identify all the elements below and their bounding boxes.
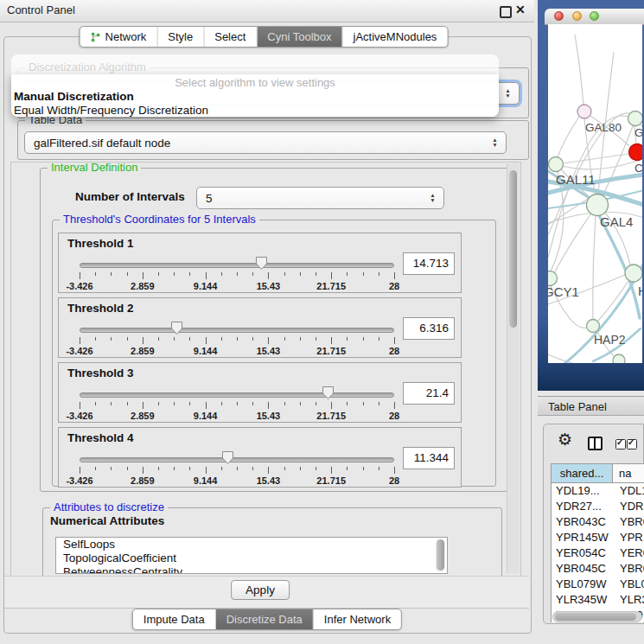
tab-label: Infer Network [324, 609, 391, 629]
table-row[interactable]: YBR043CYBR0 [552, 514, 644, 530]
tab-infer-network[interactable]: Infer Network [313, 609, 401, 629]
tab-select[interactable]: Select [203, 27, 256, 47]
table-cell: YBR0 [613, 561, 644, 577]
tab-label: Cyni Toolbox [267, 27, 331, 47]
column-header-1[interactable]: na [613, 464, 644, 482]
slider-thumb[interactable] [221, 450, 234, 465]
checkbox-icon[interactable]: ✓ [615, 439, 626, 450]
horizontal-scrollbar-thumb[interactable] [555, 613, 636, 621]
apply-button[interactable]: Apply [231, 580, 290, 600]
node-gal4[interactable] [587, 194, 609, 216]
float-window-button[interactable] [500, 6, 512, 18]
table-cell: YBL079W [552, 577, 613, 592]
table-cell: YER054C [552, 545, 613, 561]
slider-tick-labels: -3.4262.8599.14415.4321.71528 [80, 281, 394, 291]
slider-tick-labels: -3.4262.8599.14415.4321.71528 [80, 475, 394, 486]
network-edge[interactable] [558, 117, 579, 157]
network-edge[interactable] [603, 126, 633, 196]
table-cell: YBR0 [613, 514, 644, 530]
threshold-value-input[interactable]: 21.4 [403, 382, 455, 405]
node-bottom[interactable] [613, 354, 625, 363]
numerical-attributes-list[interactable]: SelfLoopsTopologicalCoefficientBetweenne… [55, 537, 448, 574]
table-row[interactable]: YDR27...YDR2 [552, 499, 644, 514]
list-scrollbar-thumb[interactable] [437, 539, 444, 571]
tab-style[interactable]: Style [156, 27, 203, 47]
threshold-slider[interactable]: -3.4262.8599.14415.4321.71528 [80, 254, 394, 292]
tab-label: jActiveMNodules [354, 27, 437, 47]
table-row[interactable]: YDL19...YDL1 [552, 483, 644, 499]
table-row[interactable]: YBR045CYBR0 [552, 561, 644, 577]
thresholds-coordinates-group: Threshold's Coordinates for 5 Intervals … [52, 220, 496, 487]
vertical-scrollbar[interactable] [507, 163, 520, 573]
table-cell: YPR145W [552, 530, 613, 545]
algorithm-option-manual-discretization[interactable]: Manual Discretization [11, 90, 499, 104]
algorithm-dropdown-popup: Select algorithm to view settings Manual… [11, 74, 499, 117]
bottom-tab-bar: Impute DataDiscretize DataInfer Network [132, 609, 402, 630]
network-edge[interactable] [593, 216, 596, 319]
tab-impute-data[interactable]: Impute Data [133, 609, 215, 629]
checkbox-icon[interactable]: ✓ [627, 439, 637, 450]
node-hap2[interactable] [587, 320, 600, 333]
slider-thumb[interactable] [170, 321, 183, 335]
tab-cyni-toolbox[interactable]: Cyni Toolbox [256, 27, 341, 47]
table-row[interactable]: YER054CYER0 [552, 545, 644, 561]
node-label-gal80: GAL80 [585, 121, 622, 134]
node-gcy1[interactable] [548, 271, 558, 286]
node-label-gal4: GAL4 [600, 214, 633, 229]
tab-discretize-data[interactable]: Discretize Data [215, 609, 313, 629]
network-edge[interactable] [575, 35, 583, 105]
zoom-window-icon[interactable] [590, 11, 599, 21]
network-edge[interactable] [548, 199, 588, 225]
slider-track [80, 392, 394, 398]
tab-label: Network [105, 27, 147, 47]
close-window-icon[interactable] [554, 11, 564, 21]
algorithm-option-equal-width-frequency-discretization[interactable]: Equal Width/Frequency Discretization [11, 104, 499, 117]
list-item-selfloops[interactable]: SelfLoops [56, 538, 447, 552]
table-row[interactable]: YBL079WYBL0 [552, 577, 644, 592]
network-edge[interactable] [598, 281, 628, 321]
node-gal11[interactable] [549, 157, 564, 172]
list-scrollbar[interactable] [436, 539, 445, 571]
column-header-0[interactable]: shared... [552, 464, 613, 482]
slider-ticks [80, 402, 394, 410]
list-item-betweennesscentrality[interactable]: BetweennessCentrality [56, 565, 447, 574]
minimize-window-icon[interactable] [572, 11, 582, 21]
list-item-topologicalcoefficient[interactable]: TopologicalCoefficient [56, 552, 447, 565]
gear-icon[interactable]: ⚙ [558, 431, 572, 448]
table-cell: YER0 [613, 545, 644, 561]
slider-thumb[interactable] [255, 256, 268, 271]
threshold-slider[interactable]: -3.4262.8599.14415.4321.71528 [80, 449, 394, 487]
threshold-panel-2: Threshold 2-3.4262.8599.14415.4321.71528… [58, 297, 462, 358]
tab-jactivemnodules[interactable]: jActiveMNodules [342, 27, 448, 47]
network-edge[interactable] [548, 354, 617, 363]
table-cell: YLR345W [552, 592, 613, 608]
table-row[interactable]: YLR345WYLR3 [552, 592, 644, 608]
threshold-label: Threshold 1 [67, 237, 134, 250]
close-panel-button[interactable]: ✕ [515, 3, 526, 16]
threshold-slider[interactable]: -3.4262.8599.14415.4321.71528 [80, 384, 394, 422]
network-edge[interactable] [554, 214, 591, 273]
threshold-value-input[interactable]: 11.344 [403, 447, 455, 469]
table-cell: YBR043C [552, 514, 613, 530]
table-cell: YDL1 [613, 483, 644, 499]
vertical-scrollbar-thumb[interactable] [509, 170, 517, 328]
threshold-value-input[interactable]: 14.713 [403, 252, 455, 275]
slider-thumb[interactable] [322, 386, 335, 400]
node-gal80[interactable] [577, 105, 591, 118]
table-data-combobox[interactable]: galFiltered.sif default node ▲▼ [24, 131, 507, 154]
threshold-slider[interactable]: -3.4262.8599.14415.4321.71528 [80, 319, 394, 357]
threshold-value-input[interactable]: 6.316 [403, 317, 455, 340]
node-h[interactable] [625, 265, 642, 282]
table-cell: YBR045C [552, 561, 613, 577]
node-top-right[interactable] [628, 112, 643, 126]
tab-network[interactable]: Network [80, 27, 157, 47]
split-view-icon[interactable] [588, 437, 603, 450]
node-red-selected[interactable] [629, 144, 643, 161]
number-of-intervals-spinner[interactable]: 5 ▲▼ [196, 187, 444, 209]
table-row[interactable]: YPR145WYPR1 [552, 530, 644, 545]
slider-track [80, 328, 394, 333]
network-window-titlebar[interactable] [545, 9, 644, 25]
horizontal-scrollbar[interactable] [552, 611, 642, 622]
network-canvas[interactable]: GAL80GACGAL11GAL4GCY1HHAP2 [548, 24, 642, 363]
slider-ticks [80, 337, 394, 345]
